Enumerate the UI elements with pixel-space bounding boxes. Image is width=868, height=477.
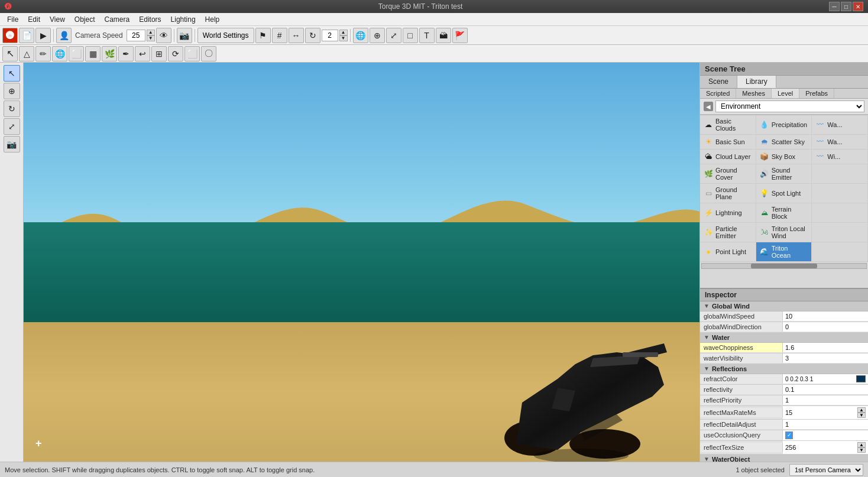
camera-mode-dropdown[interactable]: 1st Person Camera [789, 464, 863, 476]
move-tool-btn[interactable]: ⊕ [4, 83, 20, 99]
new-btn[interactable]: 📄 [19, 28, 34, 43]
scale-tool-btn[interactable]: ⤢ [4, 118, 20, 135]
cube-btn[interactable]: ⬜ [69, 46, 84, 61]
pen-btn[interactable]: ✒ [118, 46, 134, 61]
prop-val-reflectPriority[interactable]: 1 [783, 395, 868, 405]
character-btn[interactable]: 👤 [56, 28, 72, 43]
camera-speed-up[interactable]: ▲ [147, 30, 155, 35]
prop-val-waterVisibility[interactable]: 3 [783, 353, 868, 363]
lib-item-cloud-layer[interactable]: 🌥 Cloud Layer [700, 150, 756, 164]
camera-tool-btn[interactable]: 📷 [4, 136, 20, 152]
paint-btn[interactable]: ⟳ [168, 46, 183, 61]
library-dropdown[interactable]: Environment [715, 100, 864, 112]
flag-btn[interactable]: ⚑ [255, 28, 271, 43]
lib-item-sound-emitter[interactable]: 🔊 Sound Emitter [756, 164, 812, 184]
camera-speed-input[interactable] [127, 30, 145, 41]
lib-item-ground-cover[interactable]: 🌿 Ground Cover [700, 164, 756, 184]
prop-val-waveChoppiness[interactable]: 1.6 [783, 343, 868, 352]
reflect-tex-down[interactable]: ▼ [857, 447, 866, 453]
menu-lighting[interactable]: Lighting [166, 14, 200, 25]
menu-help[interactable]: Help [200, 14, 225, 25]
lib-item-precipitation[interactable]: 💧 Precipitation [756, 115, 812, 135]
prop-val-globalWindSpeed[interactable]: 10 [783, 311, 868, 321]
tab-scene[interactable]: Scene [700, 76, 737, 88]
section-water-object[interactable]: ▼ WaterObject [700, 455, 868, 462]
select2-btn[interactable]: ⊞ [151, 46, 167, 61]
tab-library[interactable]: Library [737, 76, 776, 88]
lib-item-wi1[interactable]: 〰 Wi... [812, 150, 868, 164]
lib-item-spot-light[interactable]: 💡 Spot Light [756, 184, 812, 203]
tab-prefabs[interactable]: Prefabs [799, 89, 834, 98]
num-down[interactable]: ▼ [339, 35, 348, 41]
lib-item-triton-local-wind[interactable]: 🌬 Triton Local Wind [756, 223, 812, 242]
menu-file[interactable]: File [2, 14, 23, 25]
rotate-tool-btn[interactable]: ↻ [4, 100, 20, 117]
lib-item-wa1[interactable]: 〰 Wa... [812, 115, 868, 135]
camera-speed-spin[interactable]: ▲ ▼ [147, 30, 155, 41]
scroll-handle[interactable] [751, 264, 817, 268]
refract-color-swatch[interactable] [856, 375, 866, 382]
lib-item-scatter-sky[interactable]: 🌧 Scatter Sky [756, 135, 812, 150]
grass-btn[interactable]: 🌿 [102, 46, 117, 61]
occlusion-checkbox[interactable] [785, 431, 793, 439]
lib-item-ground-plane[interactable]: ▭ Ground Plane [700, 184, 756, 203]
prop-val-reflectivity[interactable]: 0.1 [783, 385, 868, 394]
camera-snap-btn[interactable]: 📷 [177, 28, 192, 43]
select-tool-btn[interactable]: ↖ [4, 65, 20, 82]
info-btn[interactable]: 🏔 [436, 28, 451, 43]
triangle-btn[interactable]: △ [19, 46, 34, 61]
lib-item-particle-emitter[interactable]: ✨ Particle Emitter [700, 223, 756, 242]
section-reflections[interactable]: ▼ Reflections [700, 364, 868, 374]
library-scrollbar[interactable] [701, 263, 867, 269]
maximize-button[interactable]: □ [841, 2, 851, 11]
flatten-btn[interactable]: ⬜ [184, 46, 200, 61]
menu-editors[interactable]: Editors [134, 14, 166, 25]
path-btn[interactable]: ↩ [135, 46, 150, 61]
lib-item-lightning[interactable]: ⚡ Lightning [700, 203, 756, 223]
lib-item-triton-ocean[interactable]: 🌊 Triton Ocean [756, 242, 812, 262]
rotate-btn[interactable]: ↻ [305, 28, 320, 43]
tab-meshes[interactable]: Meshes [736, 89, 772, 98]
eye-btn[interactable]: 👁 [156, 28, 171, 43]
lib-item-sky-box[interactable]: 📦 Sky Box [756, 150, 812, 164]
prop-val-refractColor[interactable]: 0 0.2 0.3 1 [783, 374, 868, 384]
menu-edit[interactable]: Edit [23, 14, 45, 25]
prop-val-reflectMaxRateMs[interactable]: 15 ▲ ▼ [783, 406, 868, 419]
num-up[interactable]: ▲ [339, 30, 348, 35]
logo-btn[interactable]: 🅐 [2, 28, 18, 43]
menu-view[interactable]: View [45, 14, 70, 25]
global-btn[interactable]: 🌐 [353, 28, 368, 43]
minimize-button[interactable]: ─ [829, 2, 840, 11]
play-btn[interactable]: ▶ [35, 28, 51, 43]
lib-item-basic-sun[interactable]: ☀ Basic Sun [700, 135, 756, 150]
prop-val-reflectDetailAdjust[interactable]: 1 [783, 420, 868, 429]
lib-item-basic-clouds[interactable]: ☁ Basic Clouds [700, 115, 756, 135]
prop-val-reflectTexSize[interactable]: 256 ▲ ▼ [783, 441, 868, 454]
move2-btn[interactable]: ⊕ [370, 28, 385, 43]
prop-val-globalWindDirection[interactable]: 0 [783, 322, 868, 332]
grid-btn[interactable]: # [272, 28, 287, 43]
menu-object[interactable]: Object [70, 14, 100, 25]
sphere-btn[interactable]: 🌐 [52, 46, 67, 61]
reflect-max-rate-spin[interactable]: ▲ ▼ [857, 407, 866, 418]
world-settings-btn[interactable]: World Settings [197, 28, 254, 43]
camera-speed-down[interactable]: ▼ [147, 35, 155, 41]
terrain-btn[interactable]: ▦ [85, 46, 101, 61]
close-button[interactable]: ✕ [853, 2, 863, 11]
select-btn[interactable]: □ [403, 28, 418, 43]
lib-item-wa2[interactable]: 〰 Wa... [812, 135, 868, 150]
lib-item-point-light[interactable]: ● Point Light [700, 242, 756, 262]
erode-btn[interactable]: 〇 [201, 46, 216, 61]
prop-val-useOcclusionQuery[interactable] [783, 430, 868, 440]
tab-level[interactable]: Level [772, 89, 799, 98]
move-btn[interactable]: ↔ [289, 28, 304, 43]
reflect-tex-up[interactable]: ▲ [857, 442, 866, 447]
reflect-tex-size-spin[interactable]: ▲ ▼ [857, 442, 866, 453]
menu-camera[interactable]: Camera [100, 14, 135, 25]
cursor-btn[interactable]: ↖ [2, 46, 18, 61]
section-water[interactable]: ▼ Water [700, 333, 868, 343]
text-btn[interactable]: T [419, 28, 435, 43]
dropdown-num-spin[interactable]: ▲ ▼ [339, 30, 348, 41]
tab-scripted[interactable]: Scripted [700, 89, 736, 98]
back-arrow-btn[interactable]: ◀ [704, 102, 713, 111]
